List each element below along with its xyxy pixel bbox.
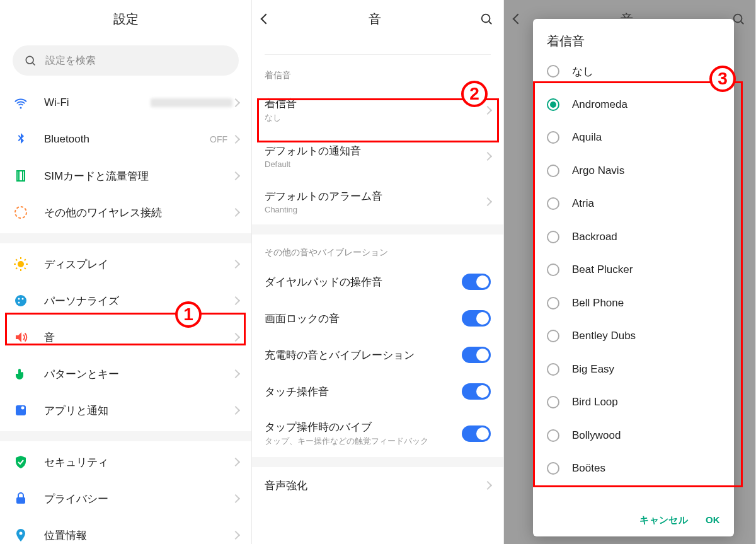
sound-row[interactable]: 音声強化	[252, 467, 503, 504]
ringtone-option[interactable]: Andromeda	[533, 88, 734, 122]
ringtone-dialog: 着信音 なしAndromedaAquilaArgo NavisAtriaBack…	[533, 19, 734, 536]
ringtone-option-label: Atria	[572, 197, 594, 210]
settings-row-wifi[interactable]: Wi-Fi	[0, 84, 251, 121]
settings-row-label: 位置情報	[44, 528, 232, 543]
settings-row-label: パーソナライズ	[44, 294, 232, 308]
sound-row[interactable]: タップ操作時のバイブタップ、キー操作などの触覚フィードバック	[252, 410, 503, 457]
chevron-right-icon	[483, 105, 492, 114]
sound-row[interactable]: デフォルトのアラーム音Chanting	[252, 179, 503, 224]
chevron-right-icon	[231, 494, 240, 503]
ringtone-option[interactable]: Bollywood	[533, 419, 734, 453]
ringtone-option[interactable]: Bird Loop	[533, 386, 734, 419]
ringtone-list: 着信音なしデフォルトの通知音Defaultデフォルトのアラーム音Chanting	[252, 86, 503, 224]
settings-row-label: ディスプレイ	[44, 257, 232, 272]
radio-button[interactable]	[547, 462, 559, 475]
section-title-other: その他の音やバイブレーション	[252, 234, 503, 263]
svg-point-3	[18, 261, 24, 267]
ringtone-option[interactable]: Aquila	[533, 121, 734, 154]
radio-button[interactable]	[547, 197, 559, 210]
svg-rect-10	[16, 497, 25, 504]
ringtone-option[interactable]: Boötes	[533, 452, 734, 485]
ringtone-option-label: なし	[572, 64, 593, 79]
chevron-right-icon	[231, 406, 240, 415]
page-title: 設定	[0, 0, 251, 38]
ringtone-option-list: なしAndromedaAquilaArgo NavisAtriaBackroad…	[533, 55, 734, 506]
settings-row-palette[interactable]: パーソナライズ	[0, 282, 251, 319]
svg-rect-8	[16, 405, 26, 415]
ringtone-option[interactable]: Atria	[533, 187, 734, 221]
radio-button[interactable]	[547, 429, 559, 442]
radio-button[interactable]	[547, 363, 559, 376]
ringtone-option[interactable]: なし	[533, 55, 734, 88]
settings-row-bluetooth[interactable]: BluetoothOFF	[0, 121, 251, 158]
ringtone-option[interactable]: Backroad	[533, 221, 734, 254]
ringtone-option-label: Argo Navis	[572, 165, 624, 177]
sound-row-label: 画面ロックの音	[265, 311, 462, 326]
sound-row[interactable]: ダイヤルパッドの操作音	[252, 263, 503, 300]
chevron-right-icon	[231, 458, 240, 466]
ringtone-dialog-pane: 音 着信音 なしAndromedaAquilaArgo NavisAtriaBa…	[504, 0, 756, 544]
svg-line-13	[489, 21, 491, 24]
search-icon[interactable]	[479, 12, 493, 26]
settings-row-display[interactable]: ディスプレイ	[0, 246, 251, 282]
settings-row-label: Wi-Fi	[44, 96, 151, 109]
chevron-right-icon	[483, 152, 492, 161]
ringtone-option-label: Bollywood	[572, 429, 621, 442]
radio-button[interactable]	[547, 396, 559, 408]
ringtone-option[interactable]: Beat Plucker	[533, 253, 734, 287]
sound-row[interactable]: タッチ操作音	[252, 373, 503, 410]
toggle-switch[interactable]	[462, 310, 491, 327]
search-input[interactable]: 設定を検索	[13, 45, 239, 76]
settings-row-location[interactable]: 位置情報	[0, 517, 251, 544]
ringtone-option-label: Aquila	[572, 131, 602, 144]
settings-row-wireless[interactable]: その他のワイヤレス接続	[0, 194, 251, 231]
sound-row[interactable]: デフォルトの通知音Default	[252, 134, 503, 179]
chevron-right-icon	[231, 531, 240, 540]
ringtone-option[interactable]: Bentley Dubs	[533, 320, 734, 353]
ok-button[interactable]: OK	[706, 514, 720, 526]
settings-row-label: その他のワイヤレス接続	[44, 205, 232, 220]
settings-row-sound[interactable]: 音	[0, 319, 251, 356]
settings-row-apps[interactable]: アプリと通知	[0, 392, 251, 429]
toggle-switch[interactable]	[462, 347, 491, 363]
radio-button[interactable]	[547, 231, 559, 243]
svg-point-4	[15, 295, 26, 306]
settings-row-sim[interactable]: SIMカードと流量管理	[0, 158, 251, 194]
radio-button[interactable]	[547, 98, 559, 111]
settings-row-shield[interactable]: セキュリティ	[0, 444, 251, 480]
shield-icon	[13, 454, 29, 470]
display-icon	[13, 256, 29, 272]
radio-button[interactable]	[547, 131, 559, 144]
cancel-button[interactable]: キャンセル	[639, 514, 688, 526]
ringtone-option[interactable]: Argo Navis	[533, 154, 734, 188]
ringtone-option-label: Big Easy	[572, 363, 614, 376]
sound-row[interactable]: 画面ロックの音	[252, 300, 503, 337]
sound-row-label: 音声強化	[265, 478, 484, 493]
radio-button[interactable]	[547, 65, 559, 78]
radio-button[interactable]	[547, 263, 559, 276]
svg-point-12	[482, 14, 490, 23]
radio-button[interactable]	[547, 165, 559, 177]
svg-point-2	[15, 207, 26, 218]
hand-icon	[13, 366, 29, 382]
other-sounds-list: ダイヤルパッドの操作音画面ロックの音充電時の音とバイブレーションタッチ操作音タッ…	[252, 263, 503, 457]
settings-row-hand[interactable]: パターンとキー	[0, 356, 251, 392]
toggle-switch[interactable]	[462, 274, 491, 290]
settings-row-lock[interactable]: プライバシー	[0, 480, 251, 517]
sound-row[interactable]: 充電時の音とバイブレーション	[252, 337, 503, 373]
chevron-right-icon	[231, 260, 240, 269]
toggle-switch[interactable]	[462, 383, 491, 400]
sim-icon	[13, 168, 29, 184]
ringtone-option[interactable]: Bell Phone	[533, 287, 734, 320]
ringtone-option-label: Backroad	[572, 231, 617, 243]
search-placeholder: 設定を検索	[45, 54, 96, 67]
radio-button[interactable]	[547, 297, 559, 310]
settings-row-label: Bluetooth	[44, 133, 210, 146]
ringtone-option[interactable]: Big Easy	[533, 353, 734, 386]
radio-button[interactable]	[547, 330, 559, 342]
section-title-ringtone: 着信音	[252, 55, 503, 86]
sound-pane: 音 着信音 着信音なしデフォルトの通知音Defaultデフォルトのアラーム音Ch…	[252, 0, 504, 544]
chevron-right-icon	[483, 197, 492, 206]
wireless-icon	[13, 204, 29, 221]
toggle-switch[interactable]	[462, 425, 491, 442]
